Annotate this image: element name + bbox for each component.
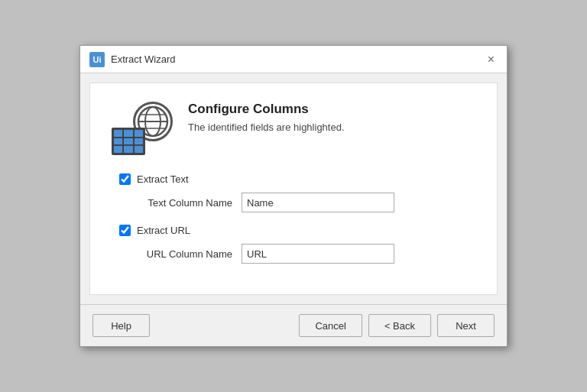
extract-wizard-dialog: Ui Extract Wizard × xyxy=(79,45,508,347)
text-column-input[interactable] xyxy=(242,193,394,212)
extract-text-checkbox[interactable] xyxy=(119,173,131,185)
title-bar-left: Ui Extract Wizard xyxy=(89,52,176,67)
configure-columns-icon xyxy=(112,102,173,155)
extract-url-row: Extract URL xyxy=(119,225,475,236)
url-column-input[interactable] xyxy=(242,244,394,264)
next-button[interactable]: Next xyxy=(437,314,495,337)
window-title: Extract Wizard xyxy=(111,53,176,65)
extract-text-row: Extract Text xyxy=(119,173,475,185)
back-button[interactable]: < Back xyxy=(368,314,431,337)
close-button[interactable]: × xyxy=(485,52,498,67)
footer-right: Cancel < Back Next xyxy=(299,314,495,337)
main-content: Configure Columns The identified fields … xyxy=(89,83,498,295)
extract-text-label[interactable]: Extract Text xyxy=(137,173,189,185)
ui-logo-icon: Ui xyxy=(89,52,105,67)
section-title: Configure Columns xyxy=(188,102,345,117)
text-column-row: Text Column Name xyxy=(119,193,475,212)
extract-url-label[interactable]: Extract URL xyxy=(137,225,190,236)
url-column-row: URL Column Name xyxy=(119,244,475,264)
title-bar: Ui Extract Wizard × xyxy=(80,46,507,73)
cancel-button[interactable]: Cancel xyxy=(299,314,362,337)
extract-url-checkbox[interactable] xyxy=(119,225,131,236)
help-button[interactable]: Help xyxy=(92,314,150,337)
footer: Help Cancel < Back Next xyxy=(80,304,507,346)
text-column-label: Text Column Name xyxy=(135,197,242,209)
form-section: Extract Text Text Column Name Extract UR… xyxy=(112,173,475,264)
url-column-label: URL Column Name xyxy=(135,248,242,260)
section-description: The identified fields are highlighted. xyxy=(188,121,345,133)
header-text: Configure Columns The identified fields … xyxy=(188,102,345,133)
header-row: Configure Columns The identified fields … xyxy=(112,102,475,155)
table-icon xyxy=(112,128,145,155)
